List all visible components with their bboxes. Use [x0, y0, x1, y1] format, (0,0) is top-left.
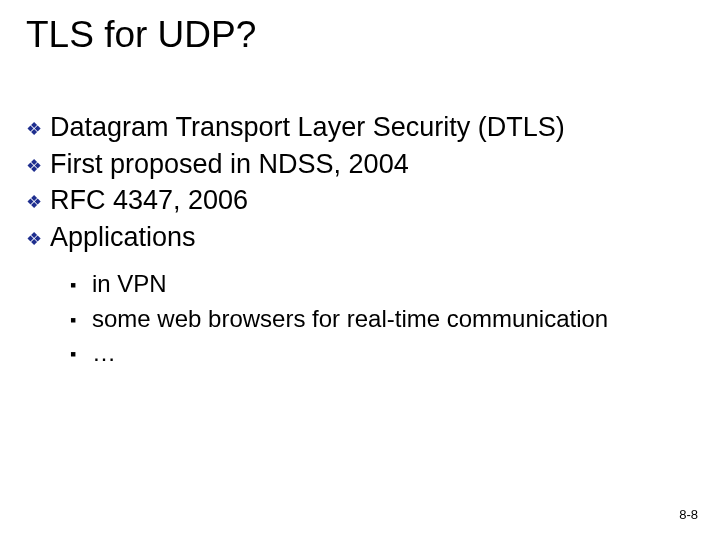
- sub-bullet-item: ▪…: [70, 337, 690, 369]
- bullet-item: ❖RFC 4347, 2006: [26, 183, 690, 218]
- slide-title: TLS for UDP?: [26, 14, 256, 56]
- bullet-item: ❖Datagram Transport Layer Security (DTLS…: [26, 110, 690, 145]
- slide: TLS for UDP? ❖Datagram Transport Layer S…: [0, 0, 720, 540]
- diamond-bullet-icon: ❖: [26, 191, 50, 214]
- square-bullet-icon: ▪: [70, 273, 92, 297]
- sub-bullet-text: …: [92, 339, 116, 366]
- page-number: 8-8: [679, 507, 698, 522]
- bullet-text: First proposed in NDSS, 2004: [50, 149, 409, 179]
- sub-bullet-item: ▪some web browsers for real-time communi…: [70, 303, 690, 335]
- sub-bullet-item: ▪in VPN: [70, 268, 690, 300]
- square-bullet-icon: ▪: [70, 308, 92, 332]
- sub-bullet-text: in VPN: [92, 270, 167, 297]
- diamond-bullet-icon: ❖: [26, 228, 50, 251]
- bullet-item: ❖First proposed in NDSS, 2004: [26, 147, 690, 182]
- square-bullet-icon: ▪: [70, 342, 92, 366]
- bullet-text: Datagram Transport Layer Security (DTLS): [50, 112, 565, 142]
- diamond-bullet-icon: ❖: [26, 118, 50, 141]
- sub-bullet-text: some web browsers for real-time communic…: [92, 305, 608, 332]
- sub-bullet-group: ▪in VPN ▪some web browsers for real-time…: [70, 268, 690, 369]
- bullet-text: Applications: [50, 222, 196, 252]
- slide-body: ❖Datagram Transport Layer Security (DTLS…: [26, 110, 690, 371]
- bullet-text: RFC 4347, 2006: [50, 185, 248, 215]
- bullet-item: ❖Applications: [26, 220, 690, 255]
- diamond-bullet-icon: ❖: [26, 155, 50, 178]
